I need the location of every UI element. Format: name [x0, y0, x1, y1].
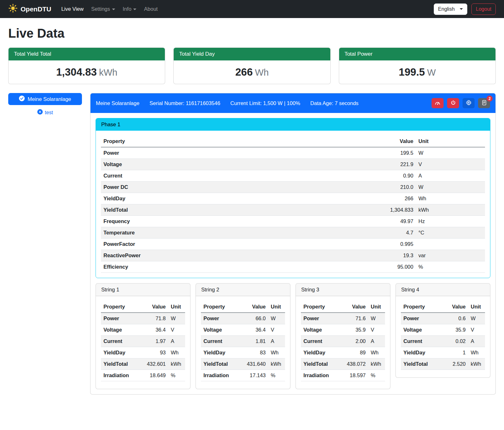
col-unit: Unit	[416, 136, 485, 147]
value-cell: 266	[312, 193, 416, 204]
unit-cell: kWh	[268, 358, 285, 370]
string-card-header: String 3	[296, 284, 390, 296]
string-card-body: Property Value Unit Power	[296, 296, 390, 389]
table-row: YieldTotal 438.072 kWh	[301, 358, 385, 370]
check-circle-icon	[19, 96, 25, 103]
unit-cell: %	[168, 370, 185, 381]
table-head: Property Value Unit	[101, 301, 185, 313]
unit-cell: W	[168, 313, 185, 324]
property-cell: Power	[201, 313, 243, 324]
property-cell: Current	[301, 336, 343, 347]
unit-cell: kWh	[168, 358, 185, 370]
table-head: Property Value Unit	[101, 136, 485, 147]
table-head: Property Value Unit	[401, 301, 485, 313]
property-cell: Voltage	[301, 324, 343, 336]
unit-cell: W	[416, 182, 485, 193]
inverter-data-age: Data Age: 7 seconds	[310, 100, 358, 106]
property-cell: Frequency	[101, 216, 312, 227]
nav-links: Live View Settings Info About	[58, 3, 162, 15]
property-cell: Current	[401, 336, 443, 347]
property-cell: Voltage	[101, 159, 312, 170]
total-yield-day-card: Total Yield Day 266Wh	[173, 47, 330, 84]
col-property: Property	[101, 301, 143, 313]
table-row: YieldDay 266 Wh	[101, 193, 485, 204]
col-unit: Unit	[368, 301, 385, 313]
property-cell: YieldTotal	[201, 358, 243, 370]
property-cell: Irradiation	[101, 370, 143, 381]
device-info-button[interactable]	[463, 98, 475, 108]
unit-cell: W	[268, 313, 285, 324]
phase-table: Property Value Unit Power	[101, 136, 485, 273]
value-cell: 89	[343, 347, 368, 358]
property-cell: YieldDay	[201, 347, 243, 358]
summary-value: 199.5	[399, 66, 425, 78]
string-3-card: String 3 Property Value Unit	[296, 283, 390, 389]
unit-cell: kWh	[416, 204, 485, 216]
nav-settings[interactable]: Settings	[87, 3, 119, 15]
property-cell: YieldTotal	[101, 358, 143, 370]
unit-cell: var	[416, 250, 485, 261]
main-row: Meine Solaranlage test Meine Solaranlage…	[8, 93, 496, 395]
value-cell: 1,304.833	[312, 204, 416, 216]
value-cell: 431.640	[243, 358, 268, 370]
string-4-card: String 4 Property Value Unit	[395, 283, 490, 378]
header-row: Property Value Unit	[101, 301, 185, 313]
string-card-body: Property Value Unit Power	[396, 296, 490, 377]
table-row: Current 1.81 A	[201, 336, 285, 347]
string-card-body: Property Value Unit Power	[96, 296, 190, 389]
sidebar-item-test[interactable]: test	[8, 109, 82, 116]
brand-link[interactable]: OpenDTU	[8, 3, 51, 15]
table-row: Efficiency 95.000 %	[101, 261, 485, 273]
unit-cell: W	[468, 313, 485, 324]
unit-cell: V	[168, 324, 185, 336]
unit-cell: °C	[416, 227, 485, 239]
power-icon	[451, 100, 456, 106]
event-count-badge: 2	[487, 96, 493, 102]
string-card-header: String 4	[396, 284, 490, 296]
nav-about[interactable]: About	[140, 3, 161, 15]
table-row: YieldDay 83 Wh	[201, 347, 285, 358]
inverter-limit: Current Limit: 1,500 W | 100%	[230, 100, 300, 106]
unit-cell: A	[168, 336, 185, 347]
string-table: Property Value Unit Power	[101, 301, 185, 381]
header-row: Property Value Unit	[101, 136, 485, 147]
value-cell: 36.4	[143, 324, 168, 336]
nav-live-view[interactable]: Live View	[58, 3, 87, 15]
card-body: 199.5W	[339, 60, 495, 84]
chevron-down-icon	[112, 9, 115, 10]
value-cell: 4.7	[312, 227, 416, 239]
sidebar-item-label: Meine Solaranlage	[28, 96, 71, 102]
power-button[interactable]	[447, 98, 459, 108]
unit-cell: V	[468, 324, 485, 336]
logout-button[interactable]: Logout	[471, 3, 496, 15]
sidebar-item-active-inverter[interactable]: Meine Solaranlage	[8, 93, 82, 105]
value-cell: 95.000	[312, 261, 416, 273]
value-cell: 1	[443, 347, 468, 358]
unit-cell: A	[268, 336, 285, 347]
col-unit: Unit	[168, 301, 185, 313]
string-table: Property Value Unit Power	[201, 301, 285, 381]
strings-row: String 1 Property Value Unit	[96, 283, 490, 389]
top-navbar: OpenDTU Live View Settings Info About En…	[0, 0, 504, 18]
property-cell: Power	[301, 313, 343, 324]
nav-info[interactable]: Info	[119, 3, 140, 15]
language-select[interactable]: English	[434, 3, 467, 15]
value-cell: 18.597	[343, 370, 368, 381]
value-cell: 0.02	[443, 336, 468, 347]
string-table: Property Value Unit Power	[301, 301, 385, 381]
total-yield-total-card: Total Yield Total 1,304.83kWh	[8, 47, 165, 84]
brand-label: OpenDTU	[21, 5, 51, 13]
card-header: Total Yield Total	[9, 48, 165, 60]
string-card-header: String 2	[196, 284, 290, 296]
col-value: Value	[312, 136, 416, 147]
event-log-button[interactable]: 2	[478, 98, 490, 108]
property-cell: YieldTotal	[101, 204, 312, 216]
property-cell: Temperature	[101, 227, 312, 239]
property-cell: Efficiency	[101, 261, 312, 273]
limit-settings-button[interactable]	[432, 98, 444, 108]
header-row: Property Value Unit	[201, 301, 285, 313]
string-2-card: String 2 Property Value Unit	[196, 283, 290, 389]
value-cell: 66.0	[243, 313, 268, 324]
navbar-right: English Logout	[434, 3, 496, 15]
unit-cell: Wh	[268, 347, 285, 358]
